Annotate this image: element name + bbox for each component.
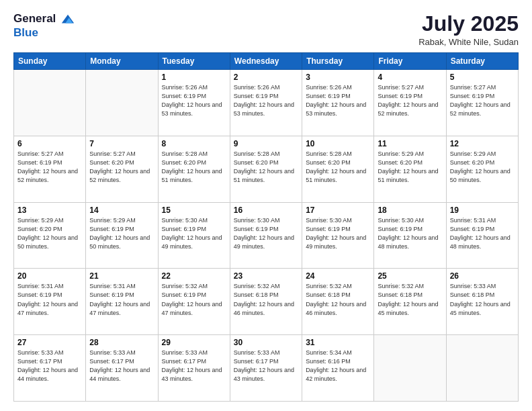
logo: General Blue [13, 12, 75, 40]
day-detail: Sunrise: 5:27 AM Sunset: 6:19 PM Dayligh… [17, 150, 82, 185]
day-number: 5 [450, 73, 515, 82]
calendar-cell: 11Sunrise: 5:29 AM Sunset: 6:20 PM Dayli… [374, 136, 446, 202]
calendar-cell: 23Sunrise: 5:32 AM Sunset: 6:18 PM Dayli… [230, 269, 302, 335]
calendar-cell: 19Sunrise: 5:31 AM Sunset: 6:19 PM Dayli… [446, 202, 518, 269]
calendar-table: SundayMondayTuesdayWednesdayThursdayFrid… [13, 52, 519, 402]
calendar-cell: 29Sunrise: 5:33 AM Sunset: 6:17 PM Dayli… [158, 335, 230, 402]
day-number: 24 [306, 271, 370, 281]
day-detail: Sunrise: 5:32 AM Sunset: 6:18 PM Dayligh… [378, 282, 442, 317]
calendar-cell: 20Sunrise: 5:31 AM Sunset: 6:19 PM Dayli… [14, 269, 86, 335]
calendar-cell [14, 70, 86, 136]
calendar-cell: 5Sunrise: 5:27 AM Sunset: 6:19 PM Daylig… [446, 70, 518, 136]
day-number: 22 [162, 271, 226, 281]
calendar-cell: 26Sunrise: 5:33 AM Sunset: 6:18 PM Dayli… [446, 269, 518, 335]
day-number: 2 [234, 73, 298, 82]
day-detail: Sunrise: 5:29 AM Sunset: 6:20 PM Dayligh… [378, 150, 442, 185]
calendar-cell: 3Sunrise: 5:26 AM Sunset: 6:19 PM Daylig… [302, 70, 374, 136]
day-number: 15 [162, 205, 226, 215]
calendar-cell: 8Sunrise: 5:28 AM Sunset: 6:20 PM Daylig… [158, 136, 230, 202]
day-number: 29 [162, 338, 226, 347]
calendar-cell: 16Sunrise: 5:30 AM Sunset: 6:19 PM Dayli… [230, 202, 302, 269]
day-detail: Sunrise: 5:26 AM Sunset: 6:19 PM Dayligh… [162, 83, 226, 118]
day-detail: Sunrise: 5:28 AM Sunset: 6:20 PM Dayligh… [162, 150, 226, 185]
day-detail: Sunrise: 5:31 AM Sunset: 6:19 PM Dayligh… [89, 282, 154, 317]
day-detail: Sunrise: 5:26 AM Sunset: 6:19 PM Dayligh… [234, 83, 298, 118]
day-detail: Sunrise: 5:30 AM Sunset: 6:19 PM Dayligh… [234, 216, 298, 251]
day-number: 12 [450, 139, 515, 148]
header: General Blue July 2025 Rabak, White Nile… [13, 12, 519, 47]
day-number: 19 [450, 205, 515, 215]
calendar-cell: 27Sunrise: 5:33 AM Sunset: 6:17 PM Dayli… [14, 335, 86, 402]
day-number: 13 [17, 205, 82, 215]
day-detail: Sunrise: 5:30 AM Sunset: 6:19 PM Dayligh… [306, 216, 370, 251]
day-number: 10 [306, 139, 370, 148]
calendar-cell [86, 70, 158, 136]
day-number: 30 [234, 338, 298, 347]
day-detail: Sunrise: 5:28 AM Sunset: 6:20 PM Dayligh… [234, 150, 298, 185]
calendar-cell: 6Sunrise: 5:27 AM Sunset: 6:19 PM Daylig… [14, 136, 86, 202]
day-detail: Sunrise: 5:31 AM Sunset: 6:19 PM Dayligh… [17, 282, 82, 317]
weekday-header: Saturday [446, 53, 518, 70]
day-detail: Sunrise: 5:29 AM Sunset: 6:19 PM Dayligh… [89, 216, 154, 251]
calendar-cell [446, 335, 518, 402]
day-number: 14 [89, 205, 154, 215]
logo-icon [60, 12, 75, 27]
calendar-cell: 15Sunrise: 5:30 AM Sunset: 6:19 PM Dayli… [158, 202, 230, 269]
day-number: 20 [17, 271, 82, 281]
day-number: 21 [89, 271, 154, 281]
day-detail: Sunrise: 5:34 AM Sunset: 6:16 PM Dayligh… [306, 349, 370, 383]
day-number: 6 [17, 139, 82, 148]
weekday-header: Tuesday [158, 53, 230, 70]
day-detail: Sunrise: 5:32 AM Sunset: 6:19 PM Dayligh… [162, 282, 226, 317]
calendar-cell: 9Sunrise: 5:28 AM Sunset: 6:20 PM Daylig… [230, 136, 302, 202]
day-detail: Sunrise: 5:30 AM Sunset: 6:19 PM Dayligh… [162, 216, 226, 251]
day-number: 27 [17, 338, 82, 347]
calendar-cell: 13Sunrise: 5:29 AM Sunset: 6:20 PM Dayli… [14, 202, 86, 269]
calendar-cell: 31Sunrise: 5:34 AM Sunset: 6:16 PM Dayli… [302, 335, 374, 402]
day-detail: Sunrise: 5:29 AM Sunset: 6:20 PM Dayligh… [17, 216, 82, 251]
calendar-cell: 14Sunrise: 5:29 AM Sunset: 6:19 PM Dayli… [86, 202, 158, 269]
calendar-cell: 10Sunrise: 5:28 AM Sunset: 6:20 PM Dayli… [302, 136, 374, 202]
location: Rabak, White Nile, Sudan [418, 37, 519, 47]
weekday-header: Thursday [302, 53, 374, 70]
calendar-cell: 7Sunrise: 5:27 AM Sunset: 6:20 PM Daylig… [86, 136, 158, 202]
day-number: 28 [89, 338, 154, 347]
day-detail: Sunrise: 5:27 AM Sunset: 6:19 PM Dayligh… [450, 83, 515, 118]
weekday-header: Friday [374, 53, 446, 70]
calendar-cell: 25Sunrise: 5:32 AM Sunset: 6:18 PM Dayli… [374, 269, 446, 335]
calendar-cell: 1Sunrise: 5:26 AM Sunset: 6:19 PM Daylig… [158, 70, 230, 136]
day-detail: Sunrise: 5:28 AM Sunset: 6:20 PM Dayligh… [306, 150, 370, 185]
day-detail: Sunrise: 5:33 AM Sunset: 6:18 PM Dayligh… [450, 282, 515, 317]
day-number: 8 [162, 139, 226, 148]
day-detail: Sunrise: 5:30 AM Sunset: 6:19 PM Dayligh… [378, 216, 442, 251]
day-detail: Sunrise: 5:33 AM Sunset: 6:17 PM Dayligh… [234, 349, 298, 383]
weekday-header: Monday [86, 53, 158, 70]
calendar-cell [374, 335, 446, 402]
page: General Blue July 2025 Rabak, White Nile… [0, 0, 532, 411]
logo-blue: Blue [13, 27, 75, 40]
calendar-cell: 21Sunrise: 5:31 AM Sunset: 6:19 PM Dayli… [86, 269, 158, 335]
day-detail: Sunrise: 5:33 AM Sunset: 6:17 PM Dayligh… [17, 349, 82, 383]
day-detail: Sunrise: 5:27 AM Sunset: 6:19 PM Dayligh… [378, 83, 442, 118]
day-number: 16 [234, 205, 298, 215]
day-number: 25 [378, 271, 442, 281]
day-detail: Sunrise: 5:31 AM Sunset: 6:19 PM Dayligh… [450, 216, 515, 251]
day-number: 17 [306, 205, 370, 215]
calendar-cell: 28Sunrise: 5:33 AM Sunset: 6:17 PM Dayli… [86, 335, 158, 402]
day-number: 26 [450, 271, 515, 281]
calendar-cell: 12Sunrise: 5:29 AM Sunset: 6:20 PM Dayli… [446, 136, 518, 202]
logo-general: General [13, 12, 75, 27]
day-number: 31 [306, 338, 370, 347]
calendar-cell: 18Sunrise: 5:30 AM Sunset: 6:19 PM Dayli… [374, 202, 446, 269]
calendar-cell: 4Sunrise: 5:27 AM Sunset: 6:19 PM Daylig… [374, 70, 446, 136]
day-number: 11 [378, 139, 442, 148]
day-detail: Sunrise: 5:27 AM Sunset: 6:20 PM Dayligh… [89, 150, 154, 185]
title-block: July 2025 Rabak, White Nile, Sudan [418, 12, 519, 47]
day-number: 18 [378, 205, 442, 215]
calendar-cell: 2Sunrise: 5:26 AM Sunset: 6:19 PM Daylig… [230, 70, 302, 136]
day-number: 1 [162, 73, 226, 82]
day-detail: Sunrise: 5:33 AM Sunset: 6:17 PM Dayligh… [162, 349, 226, 383]
weekday-header: Sunday [14, 53, 86, 70]
month-year: July 2025 [418, 12, 519, 36]
day-number: 9 [234, 139, 298, 148]
